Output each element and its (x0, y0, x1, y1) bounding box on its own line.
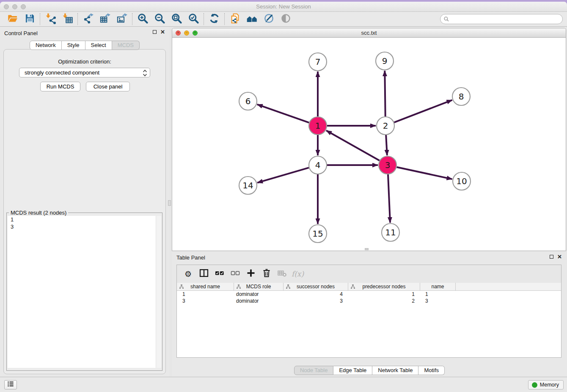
tab-mcds[interactable]: MCDS (112, 41, 140, 50)
mcds-result-item[interactable]: 3 (8, 223, 161, 230)
cell: 3 (284, 298, 348, 304)
select-all-rows-button[interactable] (212, 267, 227, 281)
edge-1-6[interactable] (257, 105, 309, 123)
network-canvas[interactable]: 7968124314101511 (172, 38, 566, 251)
export-image-button[interactable] (113, 13, 130, 25)
deselect-all-rows-button[interactable] (227, 267, 243, 281)
node-label: 14 (242, 180, 253, 190)
zoom-fit-button[interactable] (168, 13, 185, 25)
edge-2-9[interactable] (385, 71, 385, 116)
session-title: Session: New Session (0, 3, 567, 10)
edge-3-11[interactable] (388, 174, 390, 223)
node-14[interactable]: 14 (239, 177, 257, 194)
tab-style[interactable]: Style (62, 41, 85, 50)
select-stepper-icon (143, 69, 147, 78)
node-3[interactable]: 3 (379, 156, 396, 174)
column-label: predecessor nodes (362, 284, 405, 290)
node-9[interactable]: 9 (376, 52, 394, 70)
zoom-in-button[interactable] (134, 13, 151, 25)
float-table-panel-icon[interactable] (550, 255, 553, 259)
edge-3-1[interactable] (326, 130, 380, 160)
node-label: 9 (382, 56, 388, 66)
close-panel-icon[interactable]: ✕ (160, 30, 165, 34)
import-network-button[interactable] (42, 13, 59, 25)
cell: 2 (348, 298, 420, 304)
tab-network[interactable]: Network (30, 41, 62, 50)
edge-2-8[interactable] (394, 100, 452, 122)
criterion-select[interactable]: strongly connected component (19, 68, 150, 77)
node-label: 6 (245, 96, 251, 106)
column-label: shared name (190, 284, 220, 290)
zoom-out-button[interactable] (151, 13, 168, 25)
delete-column-button[interactable] (259, 267, 274, 281)
column-header-shared-name[interactable]: shared name (177, 283, 234, 290)
main-toolbar (0, 12, 567, 27)
tab-network-table[interactable]: Network Table (372, 366, 418, 375)
network-window-titlebar[interactable]: × − + scc.txt (172, 28, 566, 38)
tab-motifs[interactable]: Motifs (418, 366, 445, 375)
column-type-icon (286, 284, 291, 290)
zoom-selected-button[interactable] (185, 13, 202, 25)
node-15[interactable]: 15 (309, 225, 327, 243)
home-view-icon (246, 13, 258, 26)
panel-splitter-handle[interactable] (168, 200, 171, 206)
column-header-MCDS-role[interactable]: MCDS role (234, 283, 284, 290)
node-10[interactable]: 10 (453, 172, 471, 190)
table-row[interactable]: 1dominator411 (177, 291, 561, 298)
export-table-icon (99, 13, 111, 26)
table-settings-button[interactable]: ⚙ (180, 267, 196, 281)
mcds-result-item[interactable]: 1 (8, 216, 161, 223)
search-input[interactable] (440, 14, 563, 24)
table-row[interactable]: 3dominator323 (177, 298, 561, 304)
cell: 1 (420, 291, 456, 298)
mcds-panel: Optimization criterion: strongly connect… (3, 49, 166, 374)
paint-style-button[interactable] (260, 13, 277, 25)
node-label: 4 (315, 160, 321, 170)
run-mcds-button[interactable]: Run MCDS (40, 82, 80, 91)
cell: 3 (420, 298, 456, 304)
copy-view-button[interactable] (226, 13, 243, 25)
cell: 1 (177, 291, 234, 298)
mcds-result-list[interactable]: 13 (8, 216, 161, 368)
column-type-icon (236, 284, 241, 290)
memory-button[interactable]: Memory (528, 380, 564, 389)
result-scrollbar[interactable] (156, 216, 161, 368)
column-header-successor-nodes[interactable]: successor nodes (284, 283, 348, 290)
close-panel-button[interactable]: Close panel (86, 82, 130, 91)
delete-table-icon (277, 268, 287, 280)
column-header-predecessor-nodes[interactable]: predecessor nodes (348, 283, 420, 290)
node-label: 10 (456, 176, 467, 186)
node-4[interactable]: 4 (309, 156, 327, 174)
node-label: 1 (315, 121, 321, 131)
canvas-scroll-handle[interactable] (365, 248, 369, 250)
float-panel-icon[interactable] (153, 30, 157, 34)
edge-2-3[interactable] (386, 135, 387, 155)
tab-edge-table[interactable]: Edge Table (333, 366, 372, 375)
export-image-icon (116, 13, 128, 26)
home-view-button[interactable] (243, 13, 260, 25)
close-table-panel-icon[interactable]: ✕ (557, 254, 562, 259)
apply-layout-button[interactable] (206, 13, 223, 25)
edge-3-10[interactable] (397, 167, 452, 179)
tab-node-table[interactable]: Node Table (294, 366, 334, 375)
node-7[interactable]: 7 (309, 53, 327, 71)
save-session-button[interactable] (21, 13, 38, 25)
node-6[interactable]: 6 (239, 92, 257, 110)
tab-select[interactable]: Select (85, 41, 112, 50)
export-network-button[interactable] (80, 13, 96, 25)
node-8[interactable]: 8 (452, 88, 470, 105)
node-11[interactable]: 11 (382, 224, 399, 241)
add-column-button[interactable] (243, 267, 259, 281)
table-panel: Table Panel ✕ ⚙f(x) shared nameMCDS role… (172, 252, 567, 377)
node-2[interactable]: 2 (377, 117, 394, 135)
node-1[interactable]: 1 (309, 117, 327, 135)
column-layout-button[interactable] (196, 267, 212, 281)
open-session-button[interactable] (4, 13, 21, 25)
column-header-name[interactable]: name (420, 283, 456, 290)
select-all-rows-icon (215, 268, 225, 280)
edge-4-14[interactable] (257, 168, 309, 183)
task-history-button[interactable] (4, 380, 17, 389)
hide-details-button[interactable] (277, 13, 294, 25)
export-table-button[interactable] (96, 13, 113, 25)
import-table-button[interactable] (59, 13, 76, 25)
